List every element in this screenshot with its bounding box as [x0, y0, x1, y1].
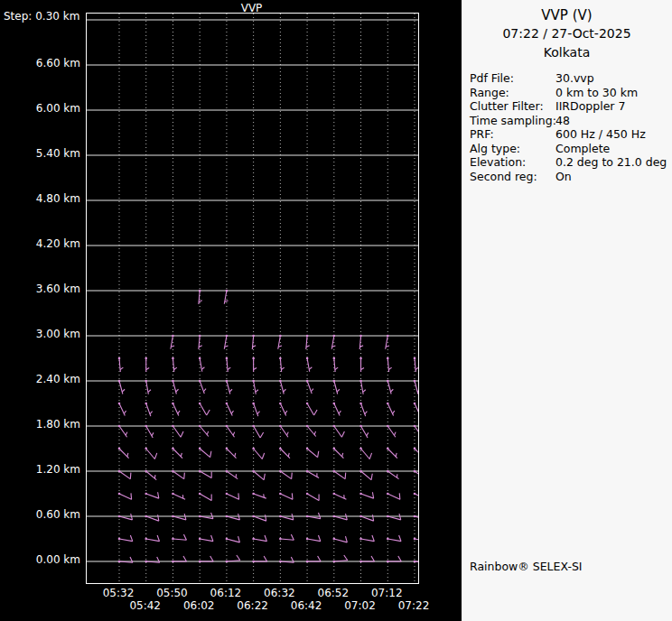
info-value: 0 km to 30 km — [555, 86, 638, 100]
info-value: 30.vvp — [555, 71, 594, 86]
wind-barb — [333, 380, 340, 394]
wind-barb — [145, 380, 151, 394]
info-label: Alg type: — [470, 142, 555, 156]
wind-barb — [172, 493, 185, 500]
x-tick-label: 06:42 — [291, 599, 322, 612]
info-value: 48 — [555, 114, 570, 128]
x-tick-label: 06:52 — [318, 587, 350, 599]
wind-barb — [172, 403, 180, 416]
info-row: Pdf File:30.vvp — [470, 71, 672, 86]
x-tick-label: 05:42 — [129, 599, 161, 612]
wind-barb — [118, 493, 132, 500]
product-datetime: 07:22 / 27-Oct-2025 — [462, 26, 672, 41]
wind-barb — [306, 493, 319, 501]
wind-barb — [172, 556, 186, 562]
wind-barb — [118, 535, 133, 542]
wind-barb — [306, 403, 317, 415]
y-tick-label: 1.20 km — [0, 463, 80, 476]
wind-barb — [145, 425, 154, 438]
wind-barb — [145, 448, 156, 459]
wind-barb — [306, 513, 321, 519]
vvp-window: { "plot": { "title": "VVP", "step_label"… — [0, 0, 672, 621]
info-row: Clutter Filter:IIRDoppler 7 — [470, 99, 672, 114]
x-tick-label: 05:50 — [156, 587, 188, 599]
wind-barb — [252, 335, 256, 349]
y-tick-label: 3.60 km — [0, 283, 80, 295]
y-tick-label: 2.40 km — [0, 373, 80, 385]
wind-barb — [414, 357, 418, 372]
wind-barb — [226, 448, 237, 459]
wind-barb — [252, 514, 266, 521]
wind-barb — [226, 536, 240, 542]
wind-barb — [306, 535, 321, 542]
wind-barb-chart — [87, 14, 418, 583]
info-row: Second reg:On — [470, 170, 672, 184]
wind-barb — [118, 514, 133, 520]
wind-barb — [359, 535, 374, 542]
wind-barb — [145, 357, 149, 372]
info-value: 600 Hz / 450 Hz — [555, 127, 646, 142]
wind-barb — [333, 493, 347, 500]
x-tick-label: 05:32 — [103, 587, 135, 599]
wind-barb — [226, 514, 240, 520]
x-axis-labels: 05:3205:4205:5006:0206:1206:2206:3206:42… — [86, 587, 426, 616]
y-tick-label: 4.20 km — [0, 237, 80, 250]
info-list: Pdf File:30.vvpRange:0 km to 30 kmClutte… — [470, 71, 672, 183]
info-label: Second reg: — [470, 170, 555, 184]
wind-barb — [414, 380, 418, 394]
info-row: Alg type:Complete — [470, 142, 672, 156]
wind-barb — [118, 380, 125, 394]
info-panel: VVP (V) 07:22 / 27-Oct-2025 Kolkata Pdf … — [462, 0, 672, 621]
wind-profile-plot — [86, 13, 419, 584]
step-label: Step: 0.30 km — [4, 10, 79, 23]
wind-barb — [252, 380, 258, 394]
x-tick-label: 07:22 — [398, 599, 430, 612]
info-label: Range: — [470, 86, 555, 100]
info-label: Clutter Filter: — [470, 99, 555, 114]
info-value: Complete — [555, 142, 610, 156]
wind-barb — [414, 403, 418, 416]
y-tick-label: 6.60 km — [0, 57, 80, 70]
wind-barb — [414, 493, 418, 500]
wind-barb — [333, 448, 344, 459]
y-tick-label: 6.00 km — [0, 102, 80, 115]
wind-barb — [359, 448, 371, 459]
wind-barb — [387, 403, 395, 416]
wind-barb — [226, 425, 235, 438]
wind-barb — [252, 556, 266, 562]
wind-barb — [333, 425, 345, 438]
wind-barb — [414, 448, 418, 459]
wind-barb — [387, 493, 400, 500]
wind-barb — [278, 335, 282, 349]
wind-barb — [279, 493, 293, 500]
wind-barb — [252, 403, 259, 416]
wind-barb — [199, 535, 213, 542]
x-tick-label: 07:12 — [371, 587, 403, 599]
wind-barb — [359, 335, 363, 349]
info-value: IIRDoppler 7 — [555, 99, 625, 114]
y-tick-label: 5.40 km — [0, 147, 80, 160]
wind-barb — [145, 535, 159, 542]
wind-barb — [386, 335, 389, 349]
software-brand: Rainbow® SELEX-SI — [470, 560, 583, 573]
wind-barb — [414, 557, 418, 562]
wind-barb — [224, 290, 228, 304]
wind-barb — [279, 425, 288, 438]
wind-barb — [387, 380, 393, 394]
wind-barb — [387, 556, 401, 562]
x-tick-label: 07:02 — [344, 599, 376, 612]
info-row: Elevation:0.2 deg to 21.0 deg — [470, 155, 672, 170]
y-tick-label: 0.00 km — [0, 553, 80, 566]
wind-barb — [199, 403, 210, 415]
info-label: PRF: — [470, 127, 555, 142]
product-title: VVP (V) — [462, 7, 672, 23]
info-label: Elevation: — [470, 155, 555, 170]
wind-barb — [333, 514, 348, 520]
wind-barb — [359, 492, 373, 498]
wind-barb — [306, 556, 321, 562]
wind-barb — [331, 335, 335, 349]
info-row: Time sampling:48 — [470, 114, 672, 128]
info-value: On — [555, 170, 572, 184]
info-label: Time sampling: — [470, 114, 555, 128]
wind-barb — [359, 425, 369, 438]
